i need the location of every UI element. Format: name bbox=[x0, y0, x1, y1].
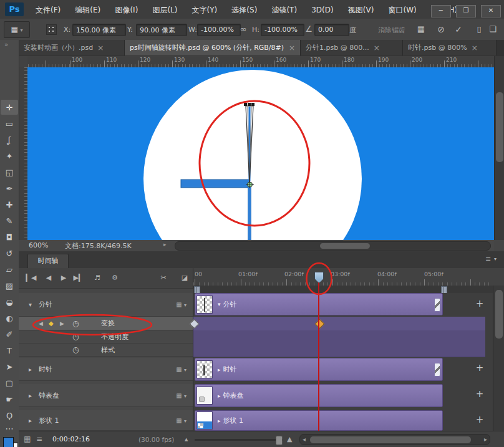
keyframe-diamond-icon[interactable]: ◆ bbox=[49, 320, 54, 327]
play-button[interactable]: ▶ bbox=[57, 274, 70, 282]
tool-shape[interactable]: ▢ bbox=[1, 375, 18, 390]
first-frame-button[interactable]: ▎◀ bbox=[25, 274, 37, 282]
next-frame-button[interactable]: ▶▎ bbox=[72, 274, 85, 282]
property-row-transform[interactable]: ◀ ◆ ▶ ◷ 变换 bbox=[19, 317, 193, 330]
menu-filter[interactable]: 滤镜(T) bbox=[266, 0, 303, 19]
chevron-down-icon[interactable]: ▾ bbox=[29, 301, 32, 308]
clip-end-badge[interactable] bbox=[434, 363, 440, 377]
tool-marquee[interactable]: ▭ bbox=[1, 116, 18, 131]
menu-image[interactable]: 图像(I) bbox=[109, 0, 143, 19]
transform-keyframe-track[interactable] bbox=[193, 317, 485, 331]
foreground-color-swatch[interactable] bbox=[3, 437, 14, 447]
timeline-settings-icon[interactable]: ⚙ bbox=[109, 274, 121, 282]
cancel-transform-icon[interactable]: ⊘ bbox=[435, 24, 447, 34]
menu-view[interactable]: 视图(V) bbox=[342, 0, 380, 19]
zoom-in-icon[interactable]: ▲ bbox=[287, 435, 292, 443]
transform-handle[interactable] bbox=[251, 103, 254, 106]
chevron-right-icon[interactable]: ▸ bbox=[218, 418, 221, 424]
tool-dodge[interactable]: ◐ bbox=[1, 310, 18, 325]
x-input[interactable]: 150.00 像素 bbox=[72, 24, 126, 36]
tool-lasso[interactable]: ʆ bbox=[1, 132, 18, 147]
canvas-horizontal-scrollbar[interactable] bbox=[175, 241, 491, 251]
add-media-button[interactable]: + bbox=[474, 415, 485, 426]
next-keyframe-icon[interactable]: ▶ bbox=[60, 320, 64, 327]
timeline-ruler[interactable]: 00 01:00f 02:00f 03:00f 04:00f 05:00f bbox=[193, 268, 493, 286]
stopwatch-icon[interactable]: ◷ bbox=[72, 332, 79, 341]
property-row-style[interactable]: ◷ 样式 bbox=[19, 344, 193, 357]
style-track[interactable] bbox=[193, 344, 485, 357]
tab-close-icon[interactable]: × bbox=[97, 44, 104, 52]
menu-3d[interactable]: 3D(D) bbox=[306, 1, 339, 19]
panel-menu-icon[interactable]: ≡ bbox=[485, 255, 491, 263]
chevron-down-icon[interactable]: ▾ bbox=[184, 302, 187, 308]
chevron-right-icon[interactable]: ▸ bbox=[29, 366, 32, 373]
timeline-horizontal-scrollbar[interactable]: ◂ ▸ bbox=[299, 434, 490, 445]
tab-close-icon[interactable]: × bbox=[472, 44, 478, 52]
zoom-out-icon[interactable]: ▲ bbox=[185, 437, 188, 442]
tool-more-icon[interactable]: ⋯ bbox=[1, 423, 18, 434]
scroll-left-icon[interactable]: ◂ bbox=[303, 436, 306, 443]
layer-row-fenzhen[interactable]: ▾ 分针 ▦ ▾ bbox=[19, 293, 193, 317]
tab-close-icon[interactable]: × bbox=[289, 44, 295, 52]
tool-zoom[interactable]: Ϙ bbox=[1, 408, 18, 423]
scroll-right-icon[interactable]: ▸ bbox=[484, 436, 487, 443]
minimize-button[interactable]: ─ bbox=[431, 5, 451, 17]
scrollbar-thumb[interactable] bbox=[320, 243, 370, 249]
track-options-icons[interactable]: ▦ ▾ bbox=[176, 417, 187, 424]
property-row-opacity[interactable]: ◷ 不透明度 bbox=[19, 330, 193, 344]
audio-mute-button[interactable]: ♬ bbox=[91, 274, 104, 282]
chevron-down-icon[interactable]: ▾ bbox=[184, 393, 187, 399]
tool-path-select[interactable]: ➤ bbox=[1, 359, 18, 374]
add-media-button[interactable]: + bbox=[474, 299, 485, 310]
tool-healing-brush[interactable]: ✚ bbox=[1, 197, 18, 212]
opacity-track[interactable] bbox=[193, 330, 485, 344]
chevron-right-icon[interactable]: ▸ bbox=[218, 367, 221, 373]
convert-to-frame-animation-icon[interactable]: ▦ bbox=[24, 435, 31, 443]
track-film-icon[interactable]: ▦ bbox=[176, 392, 182, 399]
chevron-down-icon[interactable]: ▾ bbox=[184, 367, 187, 373]
timeline-vertical-scrollbar[interactable] bbox=[493, 286, 504, 431]
menu-type[interactable]: 文字(Y) bbox=[187, 0, 223, 19]
track-film-icon[interactable]: ▦ bbox=[176, 366, 182, 373]
scrollbar-thumb[interactable] bbox=[496, 92, 503, 162]
tab-doc-4[interactable]: 时针.psb @ 800% × bbox=[403, 40, 497, 55]
track-options-icons[interactable]: ▦ ▾ bbox=[176, 366, 187, 373]
tool-eyedropper[interactable]: ✒ bbox=[1, 181, 18, 196]
transition-icon[interactable]: ◪ bbox=[178, 274, 191, 282]
track-options-icons[interactable]: ▦ ▾ bbox=[176, 301, 187, 308]
previous-keyframe-icon[interactable]: ◀ bbox=[39, 320, 43, 327]
dock-panel-icon[interactable]: ▯ bbox=[474, 24, 484, 34]
maximize-button[interactable]: ❐ bbox=[456, 5, 476, 17]
tool-clone-stamp[interactable]: ◘ bbox=[1, 229, 18, 244]
zoom-slider-thumb[interactable] bbox=[276, 436, 283, 445]
tool-preset-picker[interactable]: ▦ ▾ bbox=[4, 21, 30, 38]
track-film-icon[interactable]: ▦ bbox=[176, 417, 182, 424]
layer-row-zhongbiaopan[interactable]: ▸ 钟表盘 ▦ ▾ bbox=[19, 384, 193, 407]
commit-transform-icon[interactable]: ✓ bbox=[453, 24, 464, 34]
tool-crop[interactable]: ◱ bbox=[1, 165, 18, 180]
chevron-right-icon[interactable]: ▸ bbox=[29, 392, 32, 399]
menu-select[interactable]: 选择(S) bbox=[226, 0, 263, 19]
split-clip-icon[interactable]: ✂ bbox=[157, 274, 170, 282]
canvas-vertical-scrollbar[interactable] bbox=[494, 56, 504, 240]
layer-row-shizhen[interactable]: ▸ 时针 ▦ ▾ bbox=[19, 358, 193, 381]
track-options-icons[interactable]: ▦ ▾ bbox=[176, 392, 187, 399]
reference-point-locator-icon[interactable] bbox=[46, 24, 57, 35]
previous-frame-button[interactable]: ◀ bbox=[42, 274, 55, 282]
tool-hand[interactable]: ☛ bbox=[1, 392, 18, 406]
link-dimensions-icon[interactable]: ∞ bbox=[238, 24, 248, 34]
w-input[interactable]: -100.00% bbox=[197, 24, 241, 36]
stopwatch-icon[interactable]: ◷ bbox=[72, 319, 79, 328]
track-film-icon[interactable]: ▦ bbox=[176, 301, 182, 308]
tab-doc-3[interactable]: 分针1.psb @ 800... × bbox=[301, 40, 403, 55]
layer-row-xingzhuang1[interactable]: ▸ 形状 1 ▦ ▾ bbox=[19, 410, 193, 431]
close-button[interactable]: ✕ bbox=[481, 5, 501, 17]
angle-input[interactable]: 0.00 bbox=[314, 24, 349, 36]
clip-end-badge[interactable] bbox=[434, 298, 440, 312]
tool-brush[interactable]: ✎ bbox=[1, 213, 18, 228]
menu-window[interactable]: 窗口(W) bbox=[382, 0, 422, 19]
tool-history-brush[interactable]: ↺ bbox=[1, 246, 18, 261]
y-input[interactable]: 90.00 像素 bbox=[136, 24, 187, 36]
workspace-switcher-icon[interactable]: ❏ bbox=[488, 24, 498, 34]
flyout-menu-icon[interactable]: ≡ bbox=[36, 435, 42, 443]
